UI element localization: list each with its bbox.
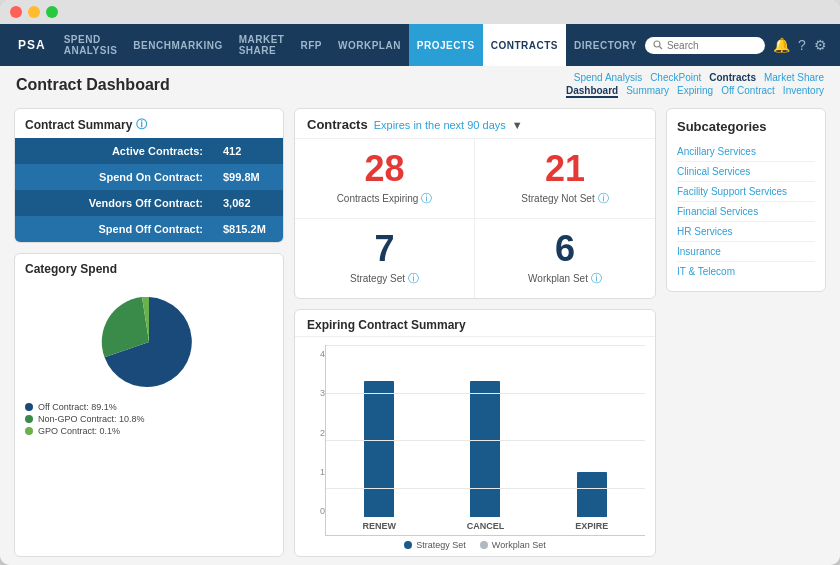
gridline-3: [326, 393, 645, 394]
contract-summary-rows: Active Contracts: 412 Spend On Contract:…: [15, 138, 283, 242]
pie-chart-svg: [99, 292, 199, 392]
legend-strategy-set: Strategy Set: [404, 540, 466, 550]
y-label-2: 2: [305, 428, 325, 438]
subcategory-it-telecom[interactable]: IT & Telecom: [677, 262, 815, 281]
contracts-title: Contracts: [307, 117, 368, 132]
right-column: Subcategories Ancillary Services Clinica…: [666, 108, 826, 557]
subcategory-ancillary[interactable]: Ancillary Services: [677, 142, 815, 162]
bar-chart-inner: 4 3 2 1 0: [305, 345, 645, 536]
contract-summary-card: Contract Summary ⓘ Active Contracts: 412…: [14, 108, 284, 243]
chart-legend: Strategy Set Workplan Set: [305, 540, 645, 550]
bar-cancel: [470, 381, 500, 518]
legend-square-workplan-set: [480, 541, 488, 549]
active-contracts-label: Active Contracts:: [15, 138, 213, 164]
expiring-summary-title: Expiring Contract Summary: [307, 318, 466, 332]
y-label-0: 0: [305, 506, 325, 516]
category-spend-chart-area: Off Contract: 89.1% Non-GPO Contract: 10…: [15, 282, 283, 448]
nav-benchmarking[interactable]: BENCHMARKING: [125, 24, 230, 66]
stat-number-7: 7: [374, 231, 394, 267]
left-column: Contract Summary ⓘ Active Contracts: 412…: [14, 108, 284, 557]
summary-row-vendors: Vendors Off Contract: 3,062: [15, 190, 283, 216]
navbar: PSA SPEND ANALYSIS BENCHMARKING MARKET S…: [0, 24, 840, 66]
contracts-expiring-info-icon[interactable]: ⓘ: [421, 191, 432, 206]
legend-off-contract: Off Contract: 89.1%: [25, 402, 273, 412]
stat-number-6: 6: [555, 231, 575, 267]
spend-on-contract-label: Spend On Contract:: [15, 164, 213, 190]
stat-label-strategy-not-set: Strategy Not Set ⓘ: [521, 191, 608, 206]
bar-label-renew: RENEW: [362, 521, 396, 531]
strategy-set-info-icon[interactable]: ⓘ: [408, 271, 419, 286]
subcategory-facility[interactable]: Facility Support Services: [677, 182, 815, 202]
maximize-btn[interactable]: [46, 6, 58, 18]
breadcrumb-bottom: Dashboard Summary Expiring Off Contract …: [566, 85, 824, 98]
nav-contracts[interactable]: CONTRACTS: [483, 24, 566, 66]
bar-chart: 4 3 2 1 0: [305, 345, 645, 550]
expiring-summary-card: Expiring Contract Summary 4 3 2 1 0: [294, 309, 656, 557]
subnav-expiring[interactable]: Expiring: [677, 85, 713, 98]
minimize-btn[interactable]: [28, 6, 40, 18]
main-content: Contract Dashboard Spend Analysis CheckP…: [0, 66, 840, 565]
gridline-2: [326, 440, 645, 441]
nav-rfp[interactable]: RFP: [292, 24, 330, 66]
contracts-expiring-header: Contracts Expires in the next 90 days ▼: [295, 109, 655, 139]
summary-row-spend: Spend On Contract: $99.8M: [15, 164, 283, 190]
stat-number-21: 21: [545, 151, 585, 187]
nav-market-share[interactable]: MARKET SHARE: [231, 24, 293, 66]
contract-summary-info-icon[interactable]: ⓘ: [136, 117, 147, 132]
subnav-off-contract[interactable]: Off Contract: [721, 85, 775, 98]
nav-projects[interactable]: PROJECTS: [409, 24, 483, 66]
breadcrumb-contracts[interactable]: Contracts: [709, 72, 756, 83]
breadcrumb-spend-analysis[interactable]: Spend Analysis: [574, 72, 642, 83]
subnav-inventory[interactable]: Inventory: [783, 85, 824, 98]
summary-row-spend-off: Spend Off Contract: $815.2M: [15, 216, 283, 242]
search-input[interactable]: [667, 40, 757, 51]
pie-chart: [99, 292, 199, 392]
category-spend-card: Category Spend: [14, 253, 284, 557]
spend-off-contract-label: Spend Off Contract:: [15, 216, 213, 242]
help-icon[interactable]: ?: [798, 37, 806, 53]
notifications-icon[interactable]: 🔔: [773, 37, 790, 53]
breadcrumb-checkpoint[interactable]: CheckPoint: [650, 72, 701, 83]
subcategory-clinical[interactable]: Clinical Services: [677, 162, 815, 182]
nav-directory[interactable]: DIRECTORY: [566, 24, 645, 66]
search-bar[interactable]: [645, 37, 765, 54]
nav-workplan[interactable]: WORKPLAN: [330, 24, 409, 66]
subcategory-hr[interactable]: HR Services: [677, 222, 815, 242]
legend-dot-off-contract: [25, 403, 33, 411]
legend-dot-non-gpo: [25, 415, 33, 423]
titlebar: [0, 0, 840, 24]
stat-contracts-expiring: 28 Contracts Expiring ⓘ: [295, 139, 475, 219]
spend-on-contract-value: $99.8M: [213, 164, 283, 190]
subnav-dashboard[interactable]: Dashboard: [566, 85, 618, 98]
middle-column: Contracts Expires in the next 90 days ▼ …: [294, 108, 656, 557]
breadcrumb-market-share[interactable]: Market Share: [764, 72, 824, 83]
gridline-4: [326, 345, 645, 346]
contracts-subtitle: Expires in the next 90 days: [374, 119, 506, 131]
legend-dot-gpo: [25, 427, 33, 435]
subcategory-insurance[interactable]: Insurance: [677, 242, 815, 262]
close-btn[interactable]: [10, 6, 22, 18]
subcategories-card: Subcategories Ancillary Services Clinica…: [666, 108, 826, 292]
nav-spend-analysis[interactable]: SPEND ANALYSIS: [56, 24, 126, 66]
strategy-not-set-info-icon[interactable]: ⓘ: [598, 191, 609, 206]
y-axis: 4 3 2 1 0: [305, 345, 325, 536]
stat-strategy-not-set: 21 Strategy Not Set ⓘ: [475, 139, 655, 219]
contract-summary-header: Contract Summary ⓘ: [15, 109, 283, 138]
subnav-summary[interactable]: Summary: [626, 85, 669, 98]
vendors-off-contract-value: 3,062: [213, 190, 283, 216]
workplan-set-info-icon[interactable]: ⓘ: [591, 271, 602, 286]
legend-label-workplan-set: Workplan Set: [492, 540, 546, 550]
contracts-expiring-card: Contracts Expires in the next 90 days ▼ …: [294, 108, 656, 299]
expiring-summary-header: Expiring Contract Summary: [295, 310, 655, 337]
bar-renew: [364, 381, 394, 518]
dropdown-arrow-icon[interactable]: ▼: [512, 119, 523, 131]
settings-icon[interactable]: ⚙: [814, 37, 827, 53]
search-icon: [653, 40, 663, 50]
subcategory-financial[interactable]: Financial Services: [677, 202, 815, 222]
bars-area: RENEW CANCEL: [325, 345, 645, 536]
svg-line-1: [659, 47, 662, 50]
vendors-off-contract-label: Vendors Off Contract:: [15, 190, 213, 216]
stat-label-workplan-set: Workplan Set ⓘ: [528, 271, 602, 286]
y-label-4: 4: [305, 349, 325, 359]
category-spend-title: Category Spend: [25, 262, 117, 276]
